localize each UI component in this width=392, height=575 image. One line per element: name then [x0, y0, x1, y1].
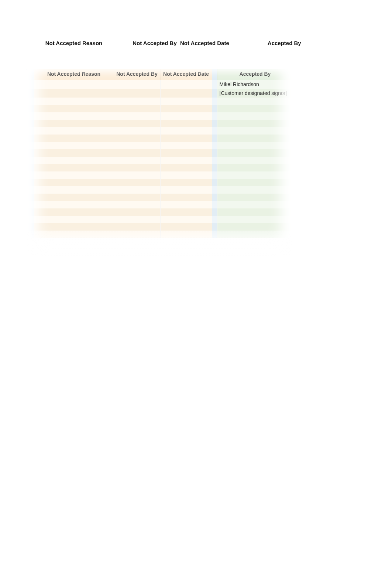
cell-index [27, 105, 34, 112]
cell-index [27, 157, 34, 164]
cell-not-accepted-reason [34, 208, 114, 216]
outline-header-col-date: Not Accepted Date [178, 40, 229, 46]
cell-spacer [212, 171, 217, 179]
table-row [27, 98, 292, 105]
cell-not-accepted-date [160, 157, 212, 164]
table-row [27, 216, 292, 223]
table-row [27, 186, 292, 194]
cell-index [27, 142, 34, 149]
cell-not-accepted-date [160, 223, 212, 231]
table-row [27, 127, 292, 135]
table-row [27, 105, 292, 112]
cell-index [27, 231, 34, 238]
cell-not-accepted-by [114, 98, 160, 105]
cell-not-accepted-reason [34, 194, 114, 201]
table-row [27, 120, 292, 127]
cell-not-accepted-by [114, 149, 160, 157]
cell-index [27, 89, 34, 98]
cell-spacer [212, 186, 217, 194]
cell-index [27, 186, 34, 194]
table-row [27, 194, 292, 201]
cell-accepted-by [217, 231, 292, 238]
cell-not-accepted-date [160, 231, 212, 238]
cell-not-accepted-reason [34, 179, 114, 186]
col-header-not-accepted-date: Not Accepted Date [160, 69, 212, 80]
cell-not-accepted-reason [34, 171, 114, 179]
cell-accepted-by [217, 120, 292, 127]
cell-not-accepted-reason [34, 127, 114, 135]
table-row [27, 112, 292, 120]
cell-index [27, 127, 34, 135]
cell-not-accepted-date [160, 179, 212, 186]
cell-not-accepted-reason [34, 89, 114, 98]
cell-accepted-by [217, 98, 292, 105]
cell-spacer [212, 127, 217, 135]
table-row [27, 208, 292, 216]
cell-accepted-by [217, 171, 292, 179]
table-preview: Not Accepted Reason Not Accepted By Not … [27, 69, 292, 262]
cell-not-accepted-reason [34, 120, 114, 127]
cell-not-accepted-by [114, 231, 160, 238]
cell-spacer [212, 157, 217, 164]
cell-index [27, 216, 34, 223]
cell-not-accepted-reason [34, 135, 114, 142]
cell-accepted-by [217, 112, 292, 120]
cell-not-accepted-by [114, 135, 160, 142]
cell-not-accepted-date [160, 89, 212, 98]
cell-index [27, 112, 34, 120]
cell-not-accepted-date [160, 120, 212, 127]
cell-index [27, 171, 34, 179]
cell-not-accepted-by [114, 201, 160, 208]
cell-spacer [212, 208, 217, 216]
cell-accepted-by [217, 164, 292, 171]
cell-index [27, 98, 34, 105]
cell-not-accepted-date [160, 171, 212, 179]
cell-accepted-by [217, 157, 292, 164]
cell-spacer [212, 105, 217, 112]
cell-not-accepted-reason [34, 201, 114, 208]
cell-accepted-by [217, 208, 292, 216]
table-header-row: Not Accepted Reason Not Accepted By Not … [27, 69, 292, 80]
cell-index [27, 179, 34, 186]
cell-accepted-by [217, 135, 292, 142]
cell-not-accepted-by [114, 127, 160, 135]
cell-not-accepted-reason [34, 164, 114, 171]
cell-not-accepted-date [160, 149, 212, 157]
cell-index [27, 208, 34, 216]
col-header-not-accepted-reason: Not Accepted Reason [34, 69, 114, 80]
cell-index [27, 164, 34, 171]
cell-not-accepted-date [160, 216, 212, 223]
col-header-index [27, 69, 34, 80]
cell-not-accepted-by [114, 105, 160, 112]
cell-not-accepted-date [160, 201, 212, 208]
cell-not-accepted-by [114, 179, 160, 186]
cell-not-accepted-by [114, 89, 160, 98]
cell-not-accepted-by [114, 171, 160, 179]
cell-accepted-by [217, 186, 292, 194]
table-row [27, 231, 292, 238]
cell-not-accepted-by [114, 186, 160, 194]
cell-spacer [212, 80, 217, 89]
cell-not-accepted-by [114, 216, 160, 223]
table-row: [Customer designated signor] [27, 89, 292, 98]
cell-not-accepted-date [160, 186, 212, 194]
cell-not-accepted-reason [34, 142, 114, 149]
cell-not-accepted-reason [34, 186, 114, 194]
table-row [27, 164, 292, 171]
table-row [27, 157, 292, 164]
cell-not-accepted-date [160, 80, 212, 89]
cell-spacer [212, 179, 217, 186]
cell-not-accepted-by [114, 157, 160, 164]
cell-not-accepted-reason [34, 98, 114, 105]
cell-not-accepted-reason [34, 80, 114, 89]
cell-not-accepted-by [114, 80, 160, 89]
col-header-spacer [212, 69, 217, 80]
cell-not-accepted-by [114, 194, 160, 201]
outline-header-col-by: Not Accepted By [131, 40, 178, 46]
cell-accepted-by [217, 201, 292, 208]
cell-not-accepted-reason [34, 231, 114, 238]
cell-accepted-by: Mikel Richardson [217, 80, 292, 89]
cell-accepted-by [217, 127, 292, 135]
cell-not-accepted-reason [34, 149, 114, 157]
cell-spacer [212, 98, 217, 105]
